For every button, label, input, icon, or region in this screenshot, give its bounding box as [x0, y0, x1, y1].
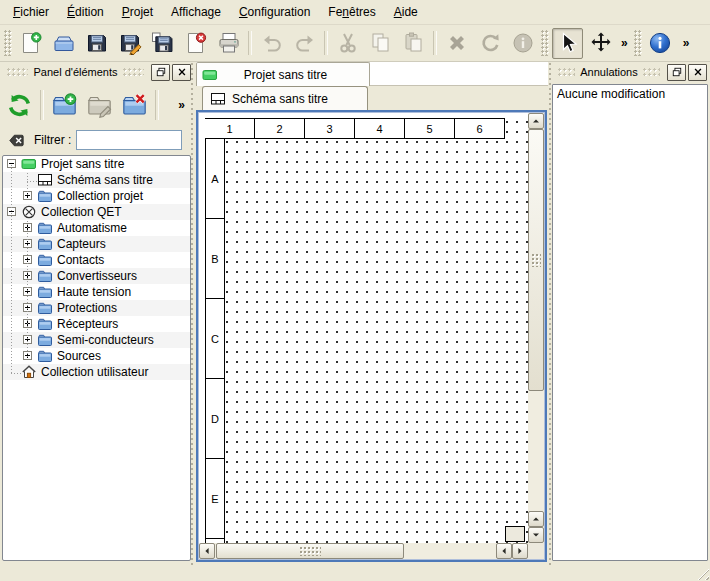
undo-panel-titlebar[interactable]: Annulations [551, 62, 709, 82]
close-file-button[interactable] [180, 28, 211, 59]
save-button[interactable] [81, 28, 112, 59]
menu-fichier[interactable]: Fichier [4, 1, 58, 23]
toolbar-grip[interactable] [634, 30, 642, 56]
qelectrotech-window: FichierÉditionProjetAffichageConfigurati… [0, 0, 710, 581]
folder-icon [37, 284, 53, 300]
open-file-icon [52, 31, 76, 55]
select-arrow-button[interactable] [552, 28, 583, 59]
clear-filter-button[interactable] [4, 130, 28, 151]
schematic-view: 123456 ABCDE [196, 110, 547, 562]
reload-button[interactable] [2, 87, 37, 123]
elements-panel-dock: Panel d'éléments » Filtrer : Projet sans… [0, 62, 193, 567]
qet-icon [21, 204, 37, 220]
tree-branch-line [27, 173, 28, 197]
new-file-button[interactable] [15, 28, 46, 59]
tree-item-label: Semi-conducteurs [57, 333, 154, 347]
left-splitter-handle[interactable] [189, 62, 195, 567]
open-file-button[interactable] [48, 28, 79, 59]
close-file-icon [184, 31, 208, 55]
elements-panel-title: Panel d'éléments [33, 66, 117, 78]
about-info-button[interactable] [645, 28, 676, 59]
toolbar-separator [248, 31, 252, 55]
scroll-up-button-secondary[interactable] [528, 511, 544, 527]
vertical-scroll-thumb[interactable] [528, 129, 544, 391]
tree-item-capteurs[interactable]: Capteurs [3, 236, 190, 252]
dock-float-button[interactable] [667, 64, 686, 81]
tree-item-protections[interactable]: Protections [3, 300, 190, 316]
save-as-button[interactable] [114, 28, 145, 59]
tree-item-collection-qet[interactable]: Collection QET [3, 204, 190, 220]
tree-item-collection-projet[interactable]: Collection projet [3, 188, 190, 204]
horizontal-scroll-thumb[interactable] [216, 543, 404, 559]
tab-project-label: Projet sans titre [222, 68, 349, 82]
toolbar-separator [40, 90, 44, 120]
toolbar-separator [155, 90, 159, 120]
tree-item-collection-utilisateur[interactable]: Collection utilisateur [3, 364, 190, 380]
move-button[interactable] [585, 28, 616, 59]
tab-project[interactable]: Projet sans titre [196, 62, 370, 86]
cut-button [332, 28, 363, 59]
dock-handle-texture [123, 68, 144, 76]
project-tab-bar: Projet sans titre [196, 62, 548, 86]
tree-item-sources[interactable]: Sources [3, 348, 190, 364]
column-header-2: 2 [255, 118, 305, 139]
filter-input[interactable] [76, 130, 182, 150]
tree-item-semi-conducteurs[interactable]: Semi-conducteurs [3, 332, 190, 348]
tree-item-label: Automatisme [57, 221, 127, 235]
about-info-icon [648, 31, 672, 55]
scroll-down-button[interactable] [528, 527, 544, 543]
restore-icon [156, 67, 166, 77]
menu-aide[interactable]: Aide [385, 1, 427, 23]
tree-item-label: Collection projet [57, 189, 143, 203]
undo-icon [260, 31, 284, 55]
home-icon [21, 364, 37, 380]
elements-panel-titlebar[interactable]: Panel d'éléments [0, 62, 193, 82]
new-folder-button[interactable] [47, 87, 82, 123]
tree-item-contacts[interactable]: Contacts [3, 252, 190, 268]
dock-float-button[interactable] [151, 64, 170, 81]
row-header-B: B [206, 219, 224, 299]
scroll-left-button-secondary[interactable] [496, 543, 512, 559]
undo-history-item[interactable]: Aucune modification [553, 85, 707, 104]
tri-right-icon [516, 547, 524, 555]
print-button[interactable] [213, 28, 244, 59]
tree-item-projet-sans-titre[interactable]: Projet sans titre [3, 156, 190, 172]
tab-schema-label: Schéma sans titre [232, 92, 328, 106]
toolbar-grip[interactable] [541, 30, 549, 56]
horizontal-scrollbar[interactable] [199, 543, 528, 559]
schematic-canvas[interactable]: 123456 ABCDE [199, 113, 528, 543]
close-icon [177, 67, 187, 77]
delete-button [441, 28, 472, 59]
project-icon [202, 67, 218, 83]
save-all-icon [151, 31, 175, 55]
tree-item-schema-sans-titre[interactable]: Schéma sans titre [3, 172, 190, 188]
menu-affichage[interactable]: Affichage [162, 1, 230, 23]
tree-item-convertisseurs[interactable]: Convertisseurs [3, 268, 190, 284]
scroll-right-button[interactable] [512, 543, 528, 559]
menu-fenetres[interactable]: Fenêtres [319, 1, 384, 23]
menu-projet[interactable]: Projet [113, 1, 162, 23]
tab-schema[interactable]: Schéma sans titre [202, 86, 368, 111]
tree-item-recepteurs[interactable]: Récepteurs [3, 316, 190, 332]
window-resize-grip[interactable] [696, 567, 709, 580]
tri-up-icon [532, 515, 540, 523]
scroll-left-button[interactable] [199, 543, 215, 559]
tree-item-label: Capteurs [57, 237, 106, 251]
menu-edition[interactable]: Édition [58, 1, 113, 23]
toolbar-overflow-chevron[interactable]: » [679, 36, 694, 50]
folder-icon [37, 316, 53, 332]
dock-close-button[interactable] [688, 64, 707, 81]
vertical-scrollbar[interactable] [528, 113, 544, 543]
tree-item-automatisme[interactable]: Automatisme [3, 220, 190, 236]
menu-configuration[interactable]: Configuration [230, 1, 319, 23]
undo-button [256, 28, 287, 59]
column-header-1: 1 [205, 118, 255, 139]
panel-overflow-chevron[interactable]: » [174, 98, 189, 112]
toolbar-overflow-chevron[interactable]: » [617, 36, 632, 50]
tree-item-haute-tension[interactable]: Haute tension [3, 284, 190, 300]
tree-item-label: Projet sans titre [41, 157, 124, 171]
delete-folder-button[interactable] [117, 87, 152, 123]
toolbar-grip[interactable] [4, 30, 12, 56]
save-all-button[interactable] [147, 28, 178, 59]
scroll-up-button[interactable] [528, 113, 544, 129]
